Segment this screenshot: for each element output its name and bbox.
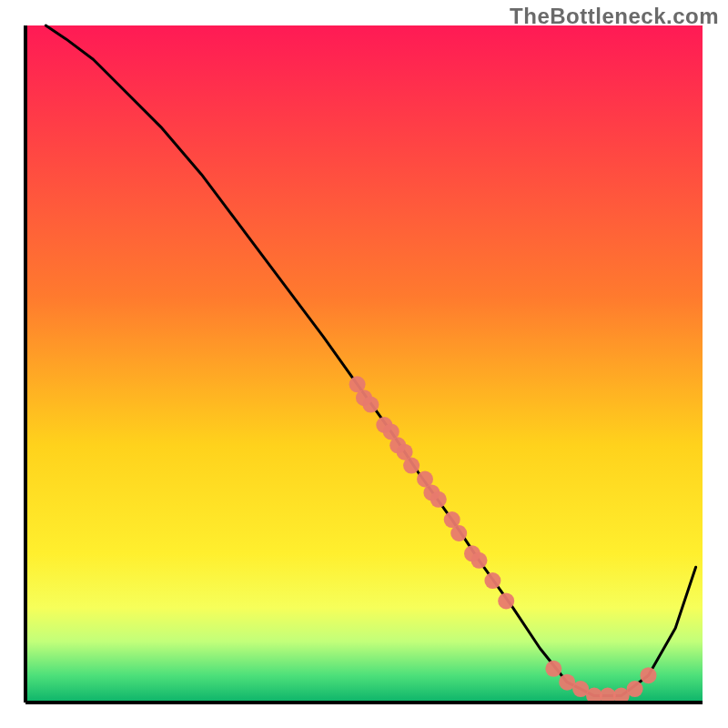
scatter-point: [430, 491, 447, 508]
scatter-point: [484, 572, 500, 589]
scatter-point: [641, 667, 657, 683]
scatter-point: [362, 397, 379, 413]
scatter-point: [471, 552, 488, 569]
plot-area: [25, 25, 703, 704]
scatter-point: [545, 661, 561, 677]
scatter-point: [403, 458, 420, 474]
gradient-background: [25, 25, 703, 703]
bottleneck-chart: TheBottleneck.com: [0, 0, 728, 728]
scatter-point: [627, 681, 643, 697]
chart-svg: [0, 0, 728, 728]
scatter-point: [498, 592, 514, 609]
watermark-text: TheBottleneck.com: [510, 4, 719, 29]
scatter-point: [450, 525, 467, 541]
